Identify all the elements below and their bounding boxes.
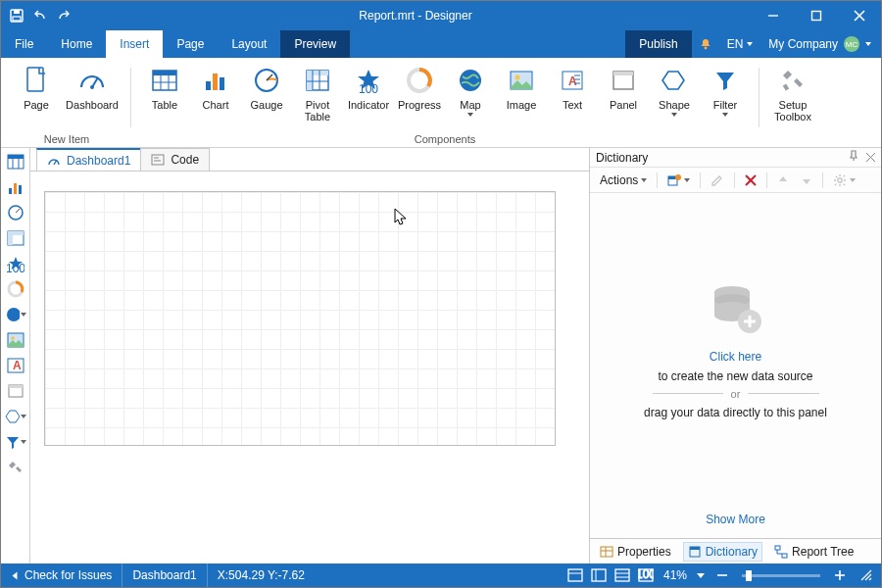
delete-button[interactable] bbox=[741, 172, 760, 188]
resize-grip[interactable] bbox=[852, 564, 881, 587]
click-here-link[interactable]: Click here bbox=[710, 350, 761, 364]
ribbon-dashboard-button[interactable]: Dashboard bbox=[64, 62, 121, 111]
ribbon-filter-button[interactable]: Filter bbox=[702, 62, 749, 117]
ribbon-shape-button[interactable]: Shape bbox=[651, 62, 698, 117]
window-controls bbox=[752, 1, 881, 30]
ribbon-indicator-button[interactable]: 100Indicator bbox=[345, 62, 392, 111]
menu-layout[interactable]: Layout bbox=[218, 30, 280, 58]
slider-thumb[interactable] bbox=[746, 570, 752, 581]
play-icon bbox=[13, 571, 18, 579]
maximize-button[interactable] bbox=[795, 1, 838, 30]
show-more-link[interactable]: Show More bbox=[590, 505, 881, 538]
ribbon-table-button[interactable]: Table bbox=[141, 62, 188, 111]
view-mode-4[interactable]: 100 bbox=[634, 564, 658, 587]
zoom-value[interactable]: 41% bbox=[658, 564, 710, 587]
move-up-button[interactable] bbox=[773, 172, 793, 188]
image-icon bbox=[507, 66, 536, 95]
toolbox-filter-icon[interactable] bbox=[5, 432, 26, 452]
view-mode-3[interactable] bbox=[611, 564, 634, 587]
view-mode-1[interactable] bbox=[564, 564, 587, 587]
svg-point-56 bbox=[7, 308, 20, 321]
svg-rect-17 bbox=[213, 74, 218, 90]
svg-line-49 bbox=[16, 209, 20, 213]
account-dropdown[interactable]: My Company MC bbox=[760, 30, 881, 58]
tab-dictionary[interactable]: Dictionary bbox=[683, 542, 762, 562]
actions-dropdown[interactable]: Actions bbox=[596, 172, 651, 189]
redo-button[interactable] bbox=[56, 8, 72, 24]
dictionary-toolbar: Actions bbox=[590, 168, 881, 193]
menu-insert[interactable]: Insert bbox=[106, 30, 163, 58]
toolbox-table-icon[interactable] bbox=[5, 152, 26, 172]
svg-rect-4 bbox=[812, 12, 821, 21]
move-down-button[interactable] bbox=[797, 172, 816, 188]
zoom-in-button[interactable] bbox=[828, 564, 852, 587]
svg-rect-23 bbox=[307, 71, 313, 90]
ribbon-setup-toolbox-button[interactable]: SetupToolbox bbox=[769, 62, 816, 122]
minimize-button[interactable] bbox=[752, 1, 795, 30]
tab-dashboard1[interactable]: Dashboard1 bbox=[36, 148, 141, 171]
chevron-down-icon bbox=[684, 178, 690, 182]
toolbox-gauge-icon[interactable] bbox=[5, 203, 26, 222]
new-item-button[interactable] bbox=[663, 172, 694, 189]
empty-line1: to create the new data source bbox=[658, 369, 812, 383]
menu-bar: File Home Insert Page Layout Preview Pub… bbox=[1, 30, 881, 58]
ribbon-group-new-item: Page Dashboard New Item bbox=[9, 62, 124, 147]
ribbon-chart-button[interactable]: Chart bbox=[192, 62, 239, 111]
svg-point-7 bbox=[704, 47, 707, 50]
code-icon bbox=[151, 153, 165, 167]
svg-rect-92 bbox=[615, 569, 629, 581]
dictionary-panel: Dictionary Actions bbox=[589, 148, 881, 564]
toolbox-progress-icon[interactable] bbox=[5, 279, 26, 299]
ribbon-text-button[interactable]: AText bbox=[549, 62, 596, 111]
toolbox-pivot-icon[interactable] bbox=[5, 228, 26, 248]
dictionary-icon bbox=[688, 545, 702, 559]
ribbon-panel-button[interactable]: Panel bbox=[600, 62, 647, 111]
close-icon[interactable] bbox=[866, 151, 875, 165]
language-dropdown[interactable]: EN bbox=[719, 30, 761, 58]
toolbox-chart-icon[interactable] bbox=[5, 177, 26, 197]
toolbox-shape-icon[interactable] bbox=[5, 407, 26, 426]
menu-file[interactable]: File bbox=[1, 30, 47, 58]
check-for-issues-button[interactable]: Check for Issues bbox=[1, 564, 122, 587]
menu-home[interactable]: Home bbox=[47, 30, 106, 58]
svg-rect-90 bbox=[592, 569, 606, 581]
svg-point-71 bbox=[675, 174, 681, 180]
close-button[interactable] bbox=[838, 1, 881, 30]
zoom-slider[interactable] bbox=[742, 574, 820, 577]
toolbox-panel-icon[interactable] bbox=[5, 381, 26, 401]
ribbon-page-button[interactable]: Page bbox=[13, 62, 60, 111]
ribbon-progress-button[interactable]: Progress bbox=[396, 62, 443, 111]
tab-code[interactable]: Code bbox=[140, 148, 210, 171]
design-canvas[interactable] bbox=[44, 191, 556, 446]
tab-report-tree[interactable]: Report Tree bbox=[770, 543, 858, 561]
chevron-down-icon bbox=[21, 440, 26, 444]
toolbox-setup-icon[interactable] bbox=[5, 458, 26, 477]
status-coords: X:504.29 Y:-7.62 bbox=[208, 564, 315, 587]
table-icon bbox=[150, 66, 179, 95]
toolbox-map-icon[interactable] bbox=[5, 305, 26, 324]
pin-icon[interactable] bbox=[849, 150, 858, 165]
save-button[interactable] bbox=[9, 8, 24, 24]
svg-rect-47 bbox=[19, 185, 22, 194]
toolbox-text-icon[interactable]: A bbox=[5, 356, 26, 375]
settings-button[interactable] bbox=[829, 172, 859, 189]
design-canvas-wrapper bbox=[30, 172, 589, 564]
ribbon-map-button[interactable]: Map bbox=[447, 62, 494, 117]
undo-button[interactable] bbox=[32, 8, 48, 24]
publish-button[interactable]: Publish bbox=[625, 30, 691, 58]
ribbon-image-button[interactable]: Image bbox=[498, 62, 545, 111]
svg-point-58 bbox=[11, 336, 15, 340]
toolbox-indicator-icon[interactable]: 100 bbox=[5, 254, 26, 273]
menu-page[interactable]: Page bbox=[163, 30, 218, 58]
chevron-down-icon bbox=[722, 113, 728, 117]
menu-preview[interactable]: Preview bbox=[280, 30, 350, 58]
ribbon-pivot-table-button[interactable]: PivotTable bbox=[294, 62, 341, 122]
tab-properties[interactable]: Properties bbox=[596, 543, 675, 561]
view-mode-2[interactable] bbox=[587, 564, 611, 587]
toolbox-image-icon[interactable] bbox=[5, 330, 26, 350]
ribbon-gauge-button[interactable]: Gauge bbox=[243, 62, 290, 111]
zoom-out-button[interactable] bbox=[710, 564, 734, 587]
notifications-button[interactable] bbox=[692, 30, 719, 58]
chevron-down-icon bbox=[850, 178, 856, 182]
edit-button[interactable] bbox=[707, 172, 728, 189]
